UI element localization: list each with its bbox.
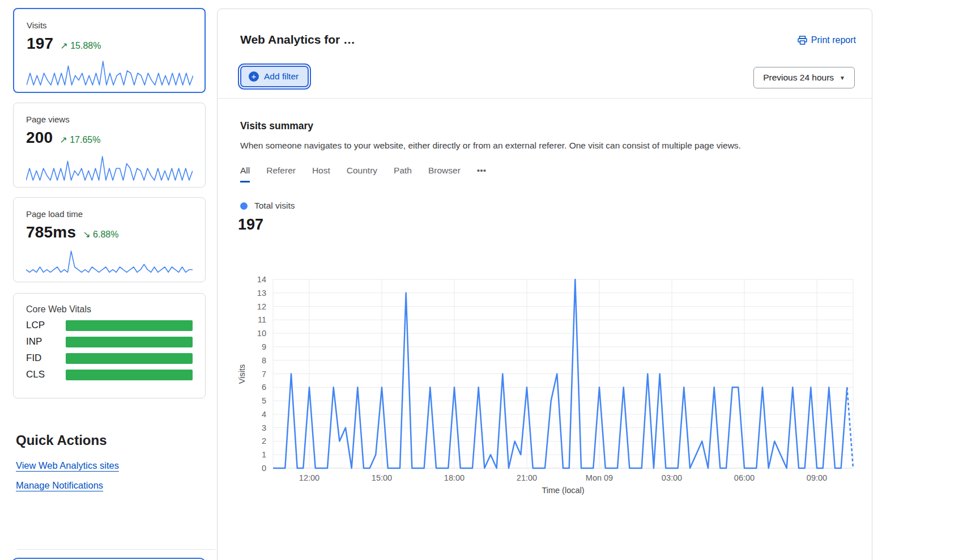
view-web-analytics-sites-link[interactable]: View Web Analytics sites bbox=[16, 460, 119, 471]
svg-text:12: 12 bbox=[257, 302, 266, 311]
svg-text:2: 2 bbox=[262, 436, 266, 446]
analytics-report-card: Web Analytics for … Print report + Add f… bbox=[217, 9, 872, 560]
svg-text:6: 6 bbox=[262, 383, 266, 392]
svg-text:09:00: 09:00 bbox=[807, 473, 827, 482]
tab-browser[interactable]: Browser bbox=[428, 166, 461, 183]
svg-text:1: 1 bbox=[262, 450, 266, 459]
svg-text:03:00: 03:00 bbox=[662, 473, 682, 482]
tab-more-ellipsis[interactable]: ••• bbox=[477, 166, 486, 183]
visits-line-chart: 0123456789101112131412:0015:0018:0021:00… bbox=[235, 258, 858, 497]
svg-text:10: 10 bbox=[257, 329, 266, 338]
metric-card-page-views[interactable]: Page views 200 ↗ 17.65% bbox=[13, 103, 206, 188]
core-web-vitals-title: Core Web Vitals bbox=[26, 304, 193, 315]
trend-up-indicator: ↗ 17.65% bbox=[59, 134, 100, 145]
header-divider bbox=[218, 98, 872, 99]
svg-text:Mon 09: Mon 09 bbox=[586, 473, 613, 482]
svg-text:18:00: 18:00 bbox=[444, 473, 465, 482]
svg-text:13: 13 bbox=[257, 289, 266, 298]
trend-up-arrow-icon: ↗ bbox=[59, 135, 67, 145]
svg-text:9: 9 bbox=[262, 342, 266, 351]
legend-label: Total visits bbox=[254, 201, 295, 211]
quick-actions-heading: Quick Actions bbox=[16, 432, 106, 448]
trend-down-indicator: ↘ 6.88% bbox=[83, 229, 118, 240]
pageloadtime-sparkline bbox=[26, 249, 193, 276]
tab-all[interactable]: All bbox=[240, 166, 250, 183]
cwv-metric-label: CLS bbox=[26, 369, 53, 380]
metric-card-page-load-time[interactable]: Page load time 785ms ↘ 6.88% bbox=[13, 197, 206, 282]
total-visits-value: 197 bbox=[238, 216, 263, 234]
cwv-status-bar-good bbox=[66, 370, 193, 380]
web-analytics-dashboard: Visits 197 ↗ 15.88% Page views 200 ↗ 17.… bbox=[0, 0, 980, 560]
cwv-row-fid: FID bbox=[26, 353, 193, 364]
cwv-status-bar-good bbox=[66, 337, 193, 347]
metric-value: 785ms bbox=[26, 223, 76, 241]
cwv-row-lcp: LCP bbox=[26, 320, 193, 331]
time-range-dropdown[interactable]: Previous 24 hours ▼ bbox=[753, 67, 855, 88]
trend-down-arrow-icon: ↘ bbox=[83, 230, 90, 239]
cwv-metric-label: LCP bbox=[26, 320, 53, 331]
cwv-row-cls: CLS bbox=[26, 369, 193, 380]
svg-text:5: 5 bbox=[262, 396, 266, 405]
svg-text:14: 14 bbox=[257, 275, 266, 284]
svg-text:15:00: 15:00 bbox=[372, 473, 392, 482]
metric-value: 197 bbox=[27, 35, 53, 53]
sidebar-divider bbox=[17, 549, 215, 550]
tab-path[interactable]: Path bbox=[394, 166, 412, 183]
trend-up-arrow-icon: ↗ bbox=[60, 41, 67, 50]
time-range-value: Previous 24 hours bbox=[763, 73, 834, 83]
svg-text:11: 11 bbox=[258, 315, 266, 324]
print-report-label: Print report bbox=[811, 35, 856, 45]
svg-text:7: 7 bbox=[262, 370, 266, 379]
visits-sparkline bbox=[27, 59, 193, 86]
trend-percent: 17.65% bbox=[70, 135, 100, 145]
visits-summary-description: When someone navigates to your website, … bbox=[240, 141, 841, 151]
printer-icon bbox=[798, 36, 807, 45]
next-section-card-cutoff bbox=[12, 558, 206, 560]
tab-host[interactable]: Host bbox=[312, 166, 330, 183]
core-web-vitals-card: Core Web Vitals LCP INP FID CLS bbox=[13, 293, 206, 398]
plus-circle-icon: + bbox=[249, 71, 259, 82]
metric-card-visits[interactable]: Visits 197 ↗ 15.88% bbox=[13, 8, 206, 93]
manage-notifications-link[interactable]: Manage Notifications bbox=[16, 480, 103, 491]
tab-referer[interactable]: Referer bbox=[266, 166, 296, 183]
svg-text:Time (local): Time (local) bbox=[542, 486, 584, 495]
cwv-row-inp: INP bbox=[26, 336, 193, 347]
cwv-metric-label: INP bbox=[26, 336, 53, 347]
metric-title: Visits bbox=[27, 20, 192, 30]
svg-text:06:00: 06:00 bbox=[734, 473, 755, 482]
metric-title: Page load time bbox=[26, 209, 193, 219]
metric-value: 200 bbox=[26, 129, 53, 147]
dimension-tabs: All Referer Host Country Path Browser ••… bbox=[240, 166, 486, 183]
svg-text:Visits: Visits bbox=[237, 364, 246, 384]
add-filter-button[interactable]: + Add filter bbox=[240, 66, 309, 87]
trend-up-indicator: ↗ 15.88% bbox=[60, 40, 101, 51]
svg-text:4: 4 bbox=[262, 410, 266, 419]
chart-legend: Total visits bbox=[240, 201, 295, 211]
svg-text:12:00: 12:00 bbox=[299, 473, 319, 482]
page-title: Web Analytics for … bbox=[240, 33, 355, 46]
pageviews-sparkline bbox=[26, 154, 193, 181]
cwv-status-bar-good bbox=[66, 353, 193, 364]
svg-text:3: 3 bbox=[262, 423, 266, 432]
trend-percent: 15.88% bbox=[70, 41, 101, 50]
cwv-status-bar-good bbox=[66, 320, 193, 331]
chevron-down-icon: ▼ bbox=[840, 75, 845, 81]
svg-text:8: 8 bbox=[262, 356, 266, 365]
svg-text:21:00: 21:00 bbox=[517, 473, 537, 482]
print-report-button[interactable]: Print report bbox=[798, 35, 856, 45]
metric-title: Page views bbox=[26, 114, 193, 124]
trend-percent: 6.88% bbox=[93, 230, 118, 239]
svg-text:0: 0 bbox=[262, 464, 266, 473]
tab-country[interactable]: Country bbox=[347, 166, 377, 183]
cwv-metric-label: FID bbox=[26, 353, 53, 364]
visits-summary-title: Visits summary bbox=[240, 120, 313, 132]
add-filter-label: Add filter bbox=[264, 71, 299, 82]
legend-dot-icon bbox=[240, 202, 248, 210]
